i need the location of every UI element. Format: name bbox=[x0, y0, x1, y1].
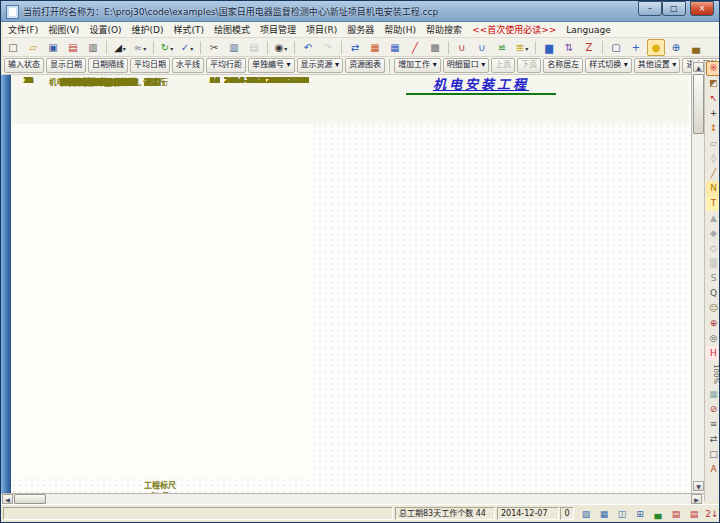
h-scroll-left-button[interactable]: ◀ bbox=[2, 494, 13, 504]
quickbar-button-样式切换[interactable]: 样式切换 ▾ bbox=[585, 58, 632, 73]
menu-item[interactable]: 样式(T) bbox=[168, 22, 209, 37]
wipe-icon[interactable]: ◊ bbox=[706, 151, 720, 166]
menu-item[interactable]: 帮助(H) bbox=[379, 22, 421, 37]
font-move-icon[interactable]: A bbox=[706, 462, 720, 477]
frame-icon[interactable]: □ bbox=[706, 447, 720, 462]
open-icon[interactable]: ▱ bbox=[24, 39, 42, 56]
quickbar-button-上页[interactable]: 上页 bbox=[491, 58, 515, 73]
menu-item[interactable]: 绘图模式 bbox=[209, 22, 255, 37]
redo-icon[interactable]: ↷ bbox=[319, 39, 337, 56]
calendar-day-icon[interactable]: ▤ bbox=[668, 506, 685, 522]
target-icon[interactable]: ⊕ bbox=[706, 316, 720, 331]
style-king-icon[interactable]: ≣▾ bbox=[513, 39, 531, 56]
menu-item[interactable]: 视图(V) bbox=[43, 22, 84, 37]
cursor-icon[interactable]: ↖ bbox=[706, 91, 720, 106]
erase-style-icon[interactable]: ◇ bbox=[706, 241, 720, 256]
quickbar-button-单独编号[interactable]: 单独编号 ▾ bbox=[248, 58, 295, 73]
find-icon-dropdown[interactable]: ▾ bbox=[284, 45, 287, 52]
quickbar-button-水平线[interactable]: 水平线 bbox=[172, 58, 204, 73]
check-icon[interactable]: ✓▾ bbox=[178, 39, 196, 56]
quickbar-button-显示日期[interactable]: 显示日期 bbox=[46, 58, 86, 73]
export-icon[interactable]: ▤ bbox=[64, 39, 82, 56]
h-marker-icon[interactable]: H bbox=[706, 346, 720, 361]
window-tile-icon[interactable]: ▦ bbox=[596, 506, 613, 522]
menu-item[interactable]: <<首次使用必读>> bbox=[467, 22, 561, 37]
window-tree-icon[interactable]: ⊞ bbox=[632, 506, 649, 522]
menu-item[interactable]: 帮助搜索 bbox=[421, 22, 467, 37]
brush-icon[interactable]: ╱ bbox=[706, 166, 720, 181]
resource-edit-icon[interactable]: ▩ bbox=[426, 39, 444, 56]
find-icon[interactable]: ◉▾ bbox=[272, 39, 290, 56]
copy-icon[interactable]: ▥ bbox=[225, 39, 243, 56]
quickbar-button-资源图表[interactable]: 资源图表 bbox=[345, 58, 385, 73]
window-split-icon[interactable]: ◫ bbox=[614, 506, 631, 522]
title-bar[interactable]: 当前打开的名称为：E:\proj30\code\examples\国家日用电器监… bbox=[1, 1, 719, 22]
row-spacing-icon[interactable]: ↕ bbox=[706, 121, 720, 136]
h-scroll-thumb[interactable] bbox=[14, 494, 46, 504]
menu-item[interactable]: 维护(D) bbox=[127, 22, 169, 37]
check-icon-dropdown[interactable]: ▾ bbox=[190, 45, 193, 52]
vertical-scrollbar[interactable]: ▲▼ bbox=[691, 61, 705, 493]
undo-icon[interactable]: ↶ bbox=[299, 39, 317, 56]
calc-icon[interactable]: ≌ bbox=[493, 39, 511, 56]
lines-icon[interactable]: ≡ bbox=[706, 417, 720, 432]
globe-icon[interactable]: ⊕ bbox=[667, 39, 685, 56]
v-scroll-down-button[interactable]: ▼ bbox=[693, 481, 704, 491]
refresh-icon[interactable]: ↻▾ bbox=[158, 39, 176, 56]
palette-icon[interactable]: ◩ bbox=[706, 76, 720, 91]
menu-item[interactable]: 设置(O) bbox=[84, 22, 126, 37]
fade-icon[interactable]: ▒ bbox=[706, 256, 720, 271]
unlink-tasks-icon[interactable]: ∪ bbox=[473, 39, 491, 56]
paste-icon[interactable]: ▤ bbox=[245, 39, 263, 56]
find-zoom-icon[interactable]: Q bbox=[706, 286, 720, 301]
text-icon[interactable]: T bbox=[706, 196, 720, 211]
quickbar-button-名称居左[interactable]: 名称居左 bbox=[543, 58, 583, 73]
draw-pattern-icon[interactable]: ※ bbox=[706, 61, 720, 76]
maximize-button[interactable]: □ bbox=[662, 1, 686, 16]
menu-item[interactable]: 文件(F) bbox=[3, 22, 43, 37]
small-grid-icon[interactable]: ▦ bbox=[706, 387, 720, 402]
level-2-icon[interactable]: 2↓ bbox=[704, 506, 720, 522]
update-links-icon[interactable]: ⇄ bbox=[346, 39, 364, 56]
menu-item[interactable]: 服务器 bbox=[342, 22, 379, 37]
menu-item[interactable]: Language bbox=[561, 24, 615, 36]
split-task-icon[interactable]: ▦ bbox=[366, 39, 384, 56]
lasso-icon[interactable]: S bbox=[706, 271, 720, 286]
bar-chart-icon[interactable]: ▆ bbox=[540, 39, 558, 56]
v-scroll-up-button[interactable]: ▲ bbox=[693, 62, 704, 72]
draw-bar-icon[interactable]: ╱ bbox=[406, 39, 424, 56]
fill-style-icon-dropdown[interactable]: ▾ bbox=[123, 45, 126, 52]
v-scroll-thumb[interactable] bbox=[693, 74, 704, 134]
refresh-icon-dropdown[interactable]: ▾ bbox=[170, 45, 173, 52]
transfer-icon[interactable]: ⇅ bbox=[560, 39, 578, 56]
quickbar-button-显示资源[interactable]: 显示资源 ▾ bbox=[297, 58, 344, 73]
style-king-icon-dropdown[interactable]: ▾ bbox=[525, 45, 528, 52]
cut-icon[interactable]: ✂ bbox=[205, 39, 223, 56]
quickbar-button-下页[interactable]: 下页 bbox=[517, 58, 541, 73]
gantt-canvas[interactable]: 机电安装工程 工程标尺年.月编号工作名称工期开始日期结束日期1020304050… bbox=[11, 75, 691, 493]
calendar-z-icon[interactable]: Z bbox=[580, 39, 598, 56]
new-file-icon[interactable]: □ bbox=[4, 39, 22, 56]
curve-style-icon[interactable]: ≈▾ bbox=[131, 39, 149, 56]
move-icon[interactable]: + bbox=[627, 39, 645, 56]
send-down-icon[interactable]: ◆ bbox=[706, 226, 720, 241]
h-scroll-right-button[interactable]: ▶ bbox=[691, 494, 702, 504]
bulb-icon[interactable]: ● bbox=[647, 39, 665, 56]
monitor-icon[interactable]: ▢ bbox=[607, 39, 625, 56]
quickbar-button-平均行距[interactable]: 平均行距 bbox=[206, 58, 246, 73]
printer-icon[interactable]: ▄ bbox=[650, 506, 667, 522]
window-cascade-icon[interactable]: ▧ bbox=[578, 506, 595, 522]
smiley-icon[interactable]: ☺ bbox=[706, 301, 720, 316]
quickbar-button-明细窗口[interactable]: 明细窗口 ▾ bbox=[443, 58, 490, 73]
print-preview-icon[interactable]: ▥ bbox=[84, 39, 102, 56]
curve-style-icon-dropdown[interactable]: ▾ bbox=[143, 45, 146, 52]
quickbar-button-平均日期[interactable]: 平均日期 bbox=[130, 58, 170, 73]
link-tasks-icon[interactable]: ∪ bbox=[453, 39, 471, 56]
menu-item[interactable]: 项目(R) bbox=[301, 22, 342, 37]
edit-grid-icon[interactable]: ▦ bbox=[386, 39, 404, 56]
calendar-range-icon[interactable]: ▤ bbox=[686, 506, 703, 522]
note-icon[interactable]: N bbox=[706, 181, 720, 196]
briefcase-icon[interactable]: ▄ bbox=[687, 39, 705, 56]
quickbar-button-其他设置[interactable]: 其他设置 ▾ bbox=[634, 58, 681, 73]
quickbar-button-输入状态[interactable]: 输入状态 bbox=[4, 58, 44, 73]
